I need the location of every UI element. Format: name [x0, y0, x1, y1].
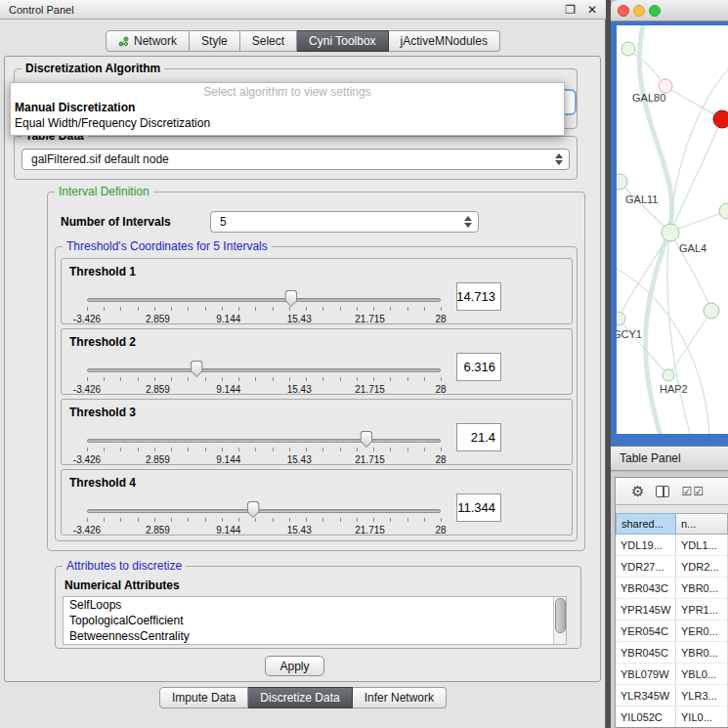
table-row[interactable]: YBR043CYBR0... [616, 578, 728, 599]
cell[interactable]: YBR043C [616, 578, 676, 599]
cell[interactable]: YER0... [676, 621, 728, 642]
column-selector-icon[interactable] [656, 486, 669, 497]
cell[interactable]: YIL052C [616, 707, 676, 728]
network-window-titlebar [611, 0, 728, 21]
threshold-3-value-input[interactable]: 21.4 [456, 423, 501, 451]
threshold-2-panel: Threshold 2 -3.426 2.859 9.144 15.43 21.… [61, 328, 573, 395]
scale-tick-label: 15.43 [287, 454, 312, 465]
threshold-4-value-input[interactable]: 11.344 [456, 493, 501, 522]
cell[interactable]: YBL079W [616, 664, 676, 685]
scale-tick-label: 15.43 [287, 384, 312, 395]
tab-discretize-data[interactable]: Discretize Data [248, 687, 352, 708]
scale-tick-label: -3.426 [73, 314, 101, 324]
dropdown-option-manual-discretization[interactable]: Manual Discretization [11, 100, 564, 115]
column-header-name[interactable]: n... [676, 513, 728, 535]
zoom-traffic-light-icon[interactable] [649, 5, 661, 17]
cell[interactable]: YBR0... [676, 578, 728, 599]
network-node[interactable] [659, 79, 672, 93]
list-item[interactable]: TopologicalCoefficient [64, 613, 566, 628]
scale-tick-label: 28 [435, 314, 446, 324]
cell[interactable]: YLR345W [616, 685, 676, 707]
slider-tick-marks [87, 307, 442, 311]
slider-thumb[interactable] [247, 501, 260, 518]
network-node-selected-red[interactable] [713, 110, 728, 128]
scale-tick-label: 2.859 [146, 525, 170, 535]
dropdown-placeholder-option[interactable]: Select algorithm to view settings [11, 85, 564, 100]
tab-style[interactable]: Style [190, 30, 240, 52]
cell[interactable]: YIL0... [676, 707, 728, 728]
select-rows-icons[interactable]: ☑☑ [681, 486, 705, 497]
attributes-scrollbar[interactable] [553, 597, 566, 644]
network-node[interactable] [719, 203, 728, 219]
cell[interactable]: YDL19... [616, 535, 676, 556]
scale-tick-label: 2.859 [146, 454, 170, 465]
slider-track[interactable] [87, 439, 441, 443]
network-node[interactable] [617, 174, 627, 190]
slider-scale: -3.426 2.859 9.144 15.43 21.715 28 [87, 384, 441, 396]
network-node[interactable] [617, 312, 625, 325]
close-traffic-light-icon[interactable] [618, 5, 629, 17]
tab-impute-data[interactable]: Impute Data [159, 687, 248, 708]
slider-thumb[interactable] [191, 361, 203, 377]
table-data-combobox[interactable]: galFiltered.sif default node [21, 149, 570, 170]
tab-select[interactable]: Select [240, 30, 297, 52]
network-node[interactable] [662, 224, 679, 241]
slider-track[interactable] [87, 298, 441, 302]
list-item[interactable]: SelfLoops [64, 597, 566, 613]
algorithm-group-title: Discretization Algorithm [21, 62, 164, 75]
scale-tick-label: 2.859 [146, 314, 170, 324]
thresholds-group-title: Threshold's Coordinates for 5 Intervals [63, 239, 272, 253]
cell[interactable]: YPR1... [676, 599, 728, 621]
list-item[interactable]: BetweennessCentrality [64, 628, 566, 644]
float-window-icon[interactable]: ❐ [565, 3, 576, 17]
gear-icon[interactable]: ⚙ [631, 484, 644, 498]
cell[interactable]: YBL0... [676, 664, 728, 685]
slider-track[interactable] [87, 509, 441, 513]
network-node[interactable] [621, 42, 635, 56]
table-row[interactable]: YDR27...YDR2... [616, 556, 728, 578]
dropdown-option-equal-width[interactable]: Equal Width/Frequency Discretization [11, 115, 564, 131]
tab-network[interactable]: Network [106, 30, 190, 52]
table-row[interactable]: YPR145WYPR1... [616, 599, 728, 621]
scale-tick-label: 9.144 [216, 525, 240, 535]
cell[interactable]: YDR2... [676, 556, 728, 578]
threshold-1-value-input[interactable]: 14.713 [456, 282, 501, 311]
cell[interactable]: YLR3... [676, 685, 728, 707]
cell[interactable]: YBR0... [676, 642, 728, 664]
table-row[interactable]: YBR045CYBR0... [616, 642, 728, 664]
right-side: GAL80 GAL11 GAL4 GCY1 HAP2 Table Panel ⚙… [611, 0, 728, 728]
table-row[interactable]: YLR345WYLR3... [616, 685, 728, 707]
threshold-2-value-input[interactable]: 6.316 [456, 353, 501, 381]
tab-jactivemnodules[interactable]: jActiveMNodules [389, 30, 500, 52]
threshold-4-slider[interactable]: -3.426 2.859 9.144 15.43 21.715 28 [87, 495, 441, 536]
threshold-1-slider[interactable]: -3.426 2.859 9.144 15.43 21.715 28 [87, 284, 441, 325]
slider-thumb[interactable] [284, 290, 297, 307]
cell[interactable]: YER054C [616, 621, 676, 642]
table-row[interactable]: YER054CYER0... [616, 621, 728, 642]
cell[interactable]: YBR045C [616, 642, 676, 664]
table-row[interactable]: YBL079WYBL0... [616, 664, 728, 685]
number-of-intervals-combobox[interactable]: 5 [210, 211, 479, 233]
table-row[interactable]: YDL19...YDL1... [616, 535, 728, 556]
network-node[interactable] [704, 303, 719, 319]
cell[interactable]: YDR27... [616, 556, 676, 578]
network-node[interactable] [663, 369, 674, 381]
threshold-3-slider[interactable]: -3.426 2.859 9.144 15.43 21.715 28 [87, 425, 441, 466]
close-icon[interactable]: ✕ [587, 3, 597, 17]
threshold-2-slider[interactable]: -3.426 2.859 9.144 15.43 21.715 28 [87, 355, 441, 396]
apply-button[interactable]: Apply [265, 656, 324, 676]
cell[interactable]: YDL1... [676, 535, 728, 556]
network-canvas[interactable]: GAL80 GAL11 GAL4 GCY1 HAP2 [617, 25, 728, 434]
cell[interactable]: YPR145W [616, 599, 676, 621]
tab-infer-network[interactable]: Infer Network [353, 687, 447, 708]
scale-tick-label: -3.426 [73, 525, 101, 535]
slider-track[interactable] [87, 368, 441, 372]
tab-cyni-toolbox[interactable]: Cyni Toolbox [297, 30, 388, 52]
scale-tick-label: 28 [435, 454, 446, 465]
slider-thumb[interactable] [360, 431, 372, 448]
minimize-traffic-light-icon[interactable] [633, 5, 645, 17]
column-header-shared-name[interactable]: shared... [616, 513, 676, 535]
scrollbar-thumb[interactable] [555, 598, 566, 633]
numerical-attributes-heading: Numerical Attributes [64, 578, 180, 592]
table-row[interactable]: YIL052CYIL0... [616, 707, 728, 728]
